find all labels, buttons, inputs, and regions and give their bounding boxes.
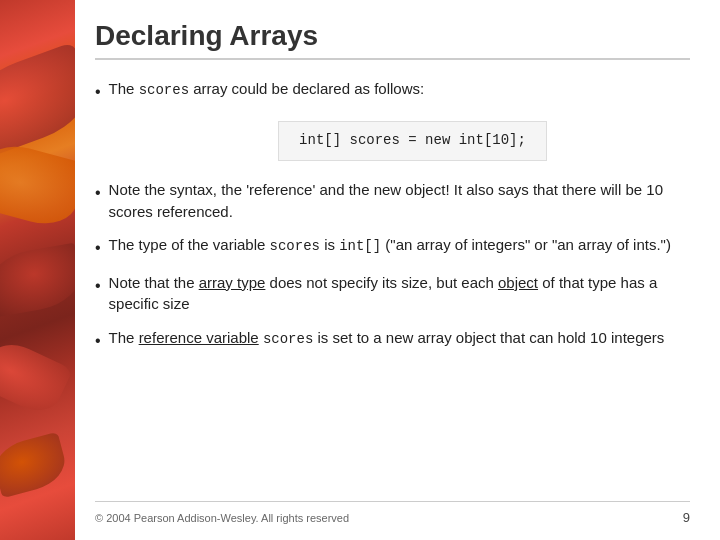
leaf-decoration-5	[0, 432, 70, 498]
bullet-text-1: The scores array could be declared as fo…	[109, 78, 690, 100]
bullet-item-3: • The type of the variable scores is int…	[95, 234, 690, 259]
page-number: 9	[683, 510, 690, 525]
underline-ref-var: reference variable	[139, 329, 259, 346]
inline-code-scores-3: scores	[263, 331, 313, 347]
inline-code-scores-2: scores	[270, 238, 320, 254]
slide-title: Declaring Arrays	[95, 20, 690, 60]
bullet-text-4: Note that the array type does not specif…	[109, 272, 690, 316]
bullet-dot-3: •	[95, 236, 101, 259]
leaf-decoration-1	[0, 42, 75, 158]
left-decoration	[0, 0, 75, 540]
leaf-decoration-3	[0, 243, 75, 318]
underline-array-type: array type	[199, 274, 266, 291]
bullet-item-5: • The reference variable scores is set t…	[95, 327, 690, 352]
bullet-item-2: • Note the syntax, the 'reference' and t…	[95, 179, 690, 223]
bullet-list: • The scores array could be declared as …	[95, 78, 690, 501]
code-block-item: int[] scores = new int[10];	[95, 115, 690, 167]
copyright-text: © 2004 Pearson Addison-Wesley. All right…	[95, 512, 349, 524]
leaf-decoration-2	[0, 138, 75, 231]
bullet-item-4: • Note that the array type does not spec…	[95, 272, 690, 316]
leaf-decoration-4	[0, 336, 73, 420]
inline-code-scores-1: scores	[139, 82, 189, 98]
inline-code-intarray: int[]	[339, 238, 381, 254]
bullet-dot-5: •	[95, 329, 101, 352]
slide-container: Declaring Arrays • The scores array coul…	[0, 0, 720, 540]
bullet-text-3: The type of the variable scores is int[]…	[109, 234, 690, 256]
bullet-item-1: • The scores array could be declared as …	[95, 78, 690, 103]
code-text: int[] scores = new int[10];	[299, 132, 526, 148]
code-block: int[] scores = new int[10];	[278, 121, 547, 161]
bullet-text-5: The reference variable scores is set to …	[109, 327, 690, 349]
bullet-dot-1: •	[95, 80, 101, 103]
slide-content: Declaring Arrays • The scores array coul…	[75, 0, 720, 540]
bullet-dot-2: •	[95, 181, 101, 204]
bullet-text-2: Note the syntax, the 'reference' and the…	[109, 179, 690, 223]
slide-footer: © 2004 Pearson Addison-Wesley. All right…	[95, 501, 690, 525]
bullet-dot-4: •	[95, 274, 101, 297]
underline-object: object	[498, 274, 538, 291]
